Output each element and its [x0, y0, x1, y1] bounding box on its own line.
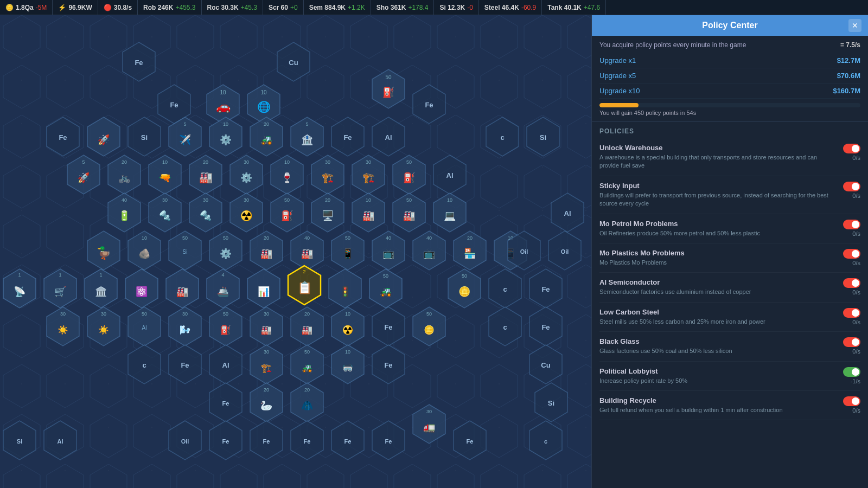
svg-marker-148 [125, 269, 158, 308]
svg-marker-117 [291, 231, 323, 270]
svg-text:⛽: ⛽ [220, 325, 231, 335]
svg-marker-69 [393, 155, 425, 194]
svg-text:30: 30 [162, 197, 168, 203]
svg-marker-45 [67, 155, 100, 194]
svg-text:50: 50 [223, 235, 228, 241]
gold-change: -5M [36, 4, 47, 11]
svg-text:📱: 📱 [505, 248, 517, 260]
svg-marker-89 [311, 193, 344, 232]
svg-marker-139 [3, 269, 36, 308]
svg-marker-145 [85, 269, 117, 308]
svg-text:📊: 📊 [258, 286, 270, 298]
svg-marker-103 [87, 231, 120, 270]
svg-text:☢️: ☢️ [240, 210, 253, 222]
upgrade-row-10[interactable]: Upgrade x10 $160.7M [599, 84, 860, 99]
svg-marker-207 [169, 345, 201, 384]
svg-text:1: 1 [59, 272, 61, 278]
svg-text:1: 1 [99, 272, 102, 278]
svg-text:🏗️: 🏗️ [261, 363, 272, 373]
svg-text:Fe: Fe [467, 438, 474, 445]
svg-marker-211 [250, 345, 283, 384]
svg-text:50: 50 [426, 311, 432, 317]
topbar-steel: Steel 46.4K -60.9 [479, 0, 542, 15]
svg-marker-23 [128, 117, 161, 156]
policy-toggle-0[interactable] [843, 144, 860, 153]
svg-text:30: 30 [182, 311, 188, 317]
svg-text:50: 50 [142, 311, 147, 317]
svg-marker-165 [448, 269, 481, 308]
policy-toggle-6[interactable] [843, 337, 860, 347]
svg-text:30: 30 [264, 311, 269, 317]
svg-marker-201 [489, 307, 521, 346]
svg-text:🔋: 🔋 [118, 210, 131, 222]
upgrade-row-5[interactable]: Upgrade x5 $70.6M [599, 68, 860, 84]
svg-marker-19 [47, 117, 79, 156]
svg-text:☀️: ☀️ [58, 325, 68, 335]
game-map[interactable]: Fe Cu 10 🚗 10 🌐 50 ⛽ Fe [0, 15, 591, 488]
svg-marker-253 [454, 421, 486, 460]
policy-name-6: Black Glass [599, 337, 833, 345]
svg-text:50: 50 [462, 273, 467, 279]
policy-name-4: Al Semiconductor [599, 278, 833, 286]
svg-marker-72 [433, 155, 466, 194]
svg-text:🪨: 🪨 [138, 248, 151, 260]
svg-marker-77 [149, 193, 181, 232]
svg-text:c: c [500, 133, 504, 142]
svg-text:📺: 📺 [423, 248, 436, 260]
svg-text:Si: Si [540, 133, 546, 142]
policy-toggle-3[interactable] [843, 249, 860, 259]
policy-item-7: Political LobbyistIncrease policy point … [599, 362, 860, 391]
svg-text:Al: Al [142, 325, 147, 331]
svg-text:40: 40 [122, 197, 127, 203]
svg-marker-108 [169, 231, 201, 270]
policy-toggle-5[interactable] [843, 308, 860, 318]
upgrade-x10-label[interactable]: Upgrade x10 [599, 87, 640, 95]
svg-text:🔩: 🔩 [159, 210, 171, 222]
svg-text:🪙: 🪙 [458, 286, 471, 298]
svg-marker-60 [271, 155, 303, 194]
svg-text:20: 20 [264, 121, 269, 127]
svg-marker-247 [3, 421, 36, 460]
gold-icon: 🪙 [5, 4, 14, 11]
policy-close-button[interactable]: ✕ [848, 19, 861, 32]
svg-text:Oil: Oil [181, 438, 189, 445]
policy-toggle-1[interactable] [843, 182, 860, 191]
svg-text:30: 30 [244, 159, 249, 165]
svg-text:⛽: ⛽ [382, 86, 395, 98]
policy-toggle-2[interactable] [843, 220, 860, 229]
topbar-sho: Sho 361K +178.4 [371, 0, 435, 15]
policy-rate-row: You acquire policy points every minute i… [599, 41, 860, 49]
svg-text:Si: Si [548, 399, 554, 407]
svg-marker-198 [413, 307, 445, 346]
svg-text:Fe: Fe [170, 101, 178, 109]
policy-name-7: Political Lobbyist [599, 367, 833, 375]
svg-text:30: 30 [264, 349, 269, 355]
svg-text:Oil: Oil [561, 248, 569, 255]
svg-marker-135 [508, 231, 540, 270]
svg-text:30: 30 [366, 159, 371, 165]
svg-marker-34 [291, 117, 323, 156]
svg-text:🚲: 🚲 [118, 172, 131, 184]
svg-text:50: 50 [406, 159, 412, 165]
policy-toggle-8[interactable] [843, 396, 860, 406]
policy-name-2: Mo Petrol Mo Problems [599, 220, 833, 228]
svg-text:10: 10 [345, 349, 350, 355]
svg-text:30: 30 [203, 197, 208, 203]
upgrade-x1-label[interactable]: Upgrade x1 [599, 56, 636, 65]
topbar-si: Si 12.3K -0 [434, 0, 478, 15]
svg-text:Cu: Cu [541, 361, 550, 369]
policy-toggle-7[interactable] [843, 367, 860, 377]
topbar: 🪙 1.8Qa -5M ⚡ 96.9KW 🔴 30.8/s Rob 246K +… [0, 0, 868, 15]
svg-text:Si: Si [141, 133, 148, 142]
upgrade-row-1[interactable]: Upgrade x1 $12.7M [599, 53, 860, 68]
svg-marker-155 [247, 269, 280, 308]
policies-section-label: POLICIES [592, 122, 868, 138]
upgrade-x5-label[interactable]: Upgrade x5 [599, 72, 636, 80]
svg-marker-9 [247, 85, 280, 124]
svg-text:30: 30 [325, 159, 330, 165]
svg-marker-245 [331, 421, 364, 460]
svg-text:☢️: ☢️ [342, 325, 353, 335]
svg-text:40: 40 [304, 235, 310, 241]
policy-toggle-4[interactable] [843, 278, 860, 288]
policy-progress-fill [599, 103, 639, 107]
